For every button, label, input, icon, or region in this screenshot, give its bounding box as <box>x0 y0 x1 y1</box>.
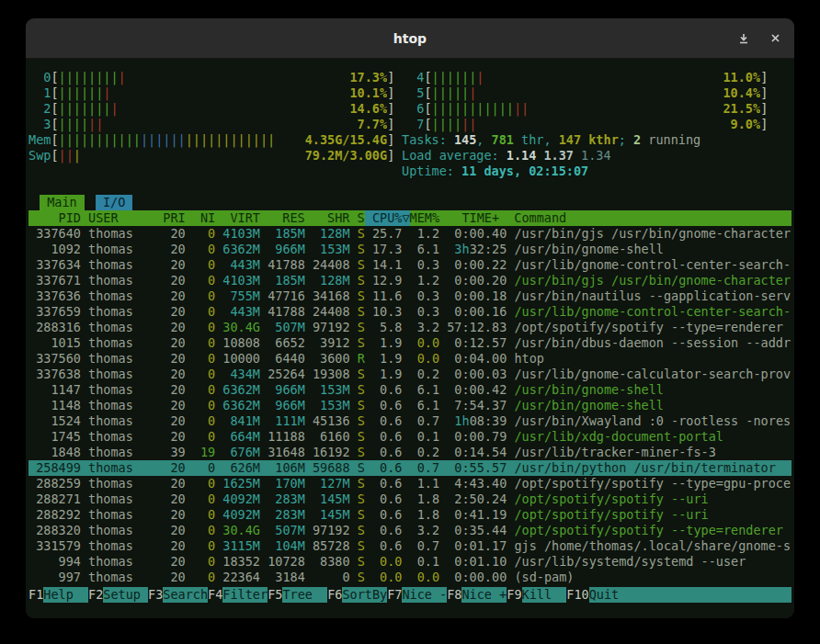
process-row-1148[interactable]: 1148 thomas 20 0 6362M 966M 153M S 0.6 6… <box>28 398 792 413</box>
fkey-label: Filter <box>222 587 268 603</box>
fkey-label: Tree <box>282 587 327 603</box>
text-segment: , <box>476 132 491 147</box>
process-row-288259[interactable]: 288259 thomas 20 0 1625M 170M 127M S 0.6… <box>28 476 792 491</box>
fkey-f1-button[interactable]: F1Help <box>28 587 88 603</box>
meter-row: 3[||||||7.7%] 7[||||||9.0%] <box>28 117 792 132</box>
cell-command: /usr/bin/gnome-shell <box>514 382 664 397</box>
cell-state: S <box>358 429 372 444</box>
cell-cpu: 0.6 <box>372 413 410 428</box>
process-row-1524[interactable]: 1524 thomas 20 0 841M 111M 45136 S 0.6 0… <box>28 413 792 429</box>
cell-mem: 1.8 <box>410 491 448 506</box>
process-row-337634[interactable]: 337634 thomas 20 0 443M 41788 24408 S 14… <box>28 257 792 273</box>
process-row-997[interactable]: 997 thomas 20 0 22364 3184 0 S 0.0 0.0 0… <box>28 570 792 585</box>
header-sort-column-cpu[interactable]: CPU%▽ <box>365 210 410 226</box>
meter-ticks: |||| <box>432 117 462 131</box>
header-right-columns[interactable]: MEM% TIME+ Command <box>410 210 567 226</box>
process-row-337638[interactable]: 337638 thomas 20 0 434M 25264 19308 S 1.… <box>28 367 792 382</box>
fkey-f9-button[interactable]: F9Kill <box>507 587 566 603</box>
cell-mem: 6.1 <box>410 382 448 397</box>
tab-main[interactable]: Main <box>40 195 85 210</box>
text-segment: Load average: <box>402 148 507 163</box>
cell-command: /usr/bin/Xwayland :0 -rootless -nores <box>514 413 791 428</box>
text-segment: 147 kthr <box>559 132 619 147</box>
process-row-331579[interactable]: 331579 thomas 20 0 3115M 104M 85728 S 0.… <box>28 538 792 554</box>
meters-right-column: 7[||||||9.0%] <box>402 117 792 132</box>
cell-res: 47716 <box>268 288 313 303</box>
process-row-337636[interactable]: 337636 thomas 20 0 755M 47716 34168 S 11… <box>28 288 792 304</box>
cell-priority: 20 <box>163 507 193 522</box>
text-segment: Uptime: <box>402 164 461 178</box>
fkey-number: F3 <box>148 587 163 603</box>
meter-row: Swp[|||79.2M/3.00G]Load average: 1.14 1.… <box>28 148 792 164</box>
fkey-f2-button[interactable]: F2Setup <box>88 587 148 603</box>
fkey-f10-button[interactable]: F10Quit <box>566 587 792 603</box>
process-row-337659[interactable]: 337659 thomas 20 0 443M 41788 24408 S 10… <box>28 304 792 320</box>
fkey-f7-button[interactable]: F7Nice - <box>387 587 447 603</box>
cell-user: thomas <box>88 335 163 350</box>
fkey-f6-button[interactable]: F6SortBy <box>327 587 387 603</box>
titlebar[interactable]: htop <box>26 18 794 59</box>
process-row-288316[interactable]: 288316 thomas 20 0 30.4G 507M 97192 S 5.… <box>28 320 792 335</box>
meter-label: 7 <box>402 117 424 132</box>
cell-pid: 1092 <box>28 242 88 256</box>
cell-state: S <box>358 460 372 475</box>
meters-left-column: Mem[|||||||||||||||||||||||||||||4.35G/1… <box>28 132 402 148</box>
fkey-f3-button[interactable]: F3Search <box>148 587 208 603</box>
cell-cpu: 0.6 <box>372 460 410 475</box>
meter-ticks: | <box>103 85 110 100</box>
cell-user: thomas <box>88 491 163 506</box>
process-row-337560[interactable]: 337560 thomas 20 0 10000 6440 3600 R 1.9… <box>28 351 792 367</box>
cell-shr: 3600 <box>313 351 358 366</box>
process-row-1745[interactable]: 1745 thomas 20 0 664M 11188 6160 S 0.6 0… <box>28 429 792 445</box>
fkey-f5-button[interactable]: F5Tree <box>268 587 327 603</box>
header-main-columns[interactable]: PID USER PRI NI VIRT RES SHR S <box>28 210 365 226</box>
cell-cpu: 5.8 <box>372 320 410 334</box>
cell-res: 966M <box>268 242 313 256</box>
process-row-337671[interactable]: 337671 thomas 20 0 4103M 185M 128M S 12.… <box>28 273 792 288</box>
cell-state: S <box>358 570 372 584</box>
fkey-f4-button[interactable]: F4Filter <box>208 587 268 603</box>
cell-virt: 4092M <box>222 491 268 506</box>
tab-io[interactable]: I/O <box>96 195 133 210</box>
process-row-994[interactable]: 994 thomas 20 0 18352 10728 8380 S 0.0 0… <box>28 554 792 570</box>
meter-label: 0 <box>28 70 51 85</box>
text-segment: ; <box>619 132 633 147</box>
meter-bar: |||||||||||||||||||||||||||||4.35G/15.4G <box>59 132 388 148</box>
cell-virt: 434M <box>222 367 268 381</box>
meter-ticks: |||||| <box>432 70 477 85</box>
text-segment: Tasks: <box>402 132 454 147</box>
meter-value: 79.2M/3.00G <box>305 148 387 164</box>
meter-bracket: [ <box>424 85 431 101</box>
cell-user: thomas <box>88 445 163 459</box>
process-row-288271[interactable]: 288271 thomas 20 0 4092M 283M 145M S 0.6… <box>28 491 792 507</box>
process-row-1015[interactable]: 1015 thomas 20 0 10808 6652 3912 S 1.9 0… <box>28 335 792 351</box>
process-row-288292[interactable]: 288292 thomas 20 0 4092M 283M 145M S 0.6… <box>28 507 792 523</box>
cell-cpu: 1.9 <box>372 335 410 350</box>
cell-priority: 20 <box>163 288 193 303</box>
process-row-258499[interactable]: 258499 thomas 20 0 626M 106M 59688 S 0.6… <box>28 460 792 476</box>
screen-tabs: Main I/O <box>28 195 792 210</box>
lower-window-button[interactable] <box>737 32 750 45</box>
terminal-window: htop 0[|||||||||17.3%] 4[|||||||11.0%] 1… <box>26 18 794 618</box>
cell-user: thomas <box>88 242 163 256</box>
cell-nice: 0 <box>193 304 223 319</box>
cell-command: /usr/lib/systemd/systemd --user <box>514 554 746 569</box>
cell-res: 507M <box>268 523 313 537</box>
fkey-f8-button[interactable]: F8Nice + <box>447 587 507 603</box>
meter-bracket: [ <box>424 70 431 85</box>
process-row-1848[interactable]: 1848 thomas 39 19 676M 31648 16192 S 0.6… <box>28 445 792 460</box>
cell-mem: 0.0 <box>410 351 448 366</box>
meter-bracket: ] <box>760 70 768 85</box>
close-button[interactable] <box>769 32 781 45</box>
cell-command: /opt/spotify/spotify --uri <box>514 507 708 522</box>
cpu-meter-2: 2[||||||||14.6%] <box>28 101 394 117</box>
cell-cpu: 14.1 <box>372 257 410 272</box>
meter-bracket: ] <box>387 148 394 164</box>
process-row-1092[interactable]: 1092 thomas 20 0 6362M 966M 153M S 17.3 … <box>28 242 792 257</box>
process-row-337640[interactable]: 337640 thomas 20 0 4103M 185M 128M S 25.… <box>28 226 792 242</box>
process-row-1147[interactable]: 1147 thomas 20 0 6362M 966M 153M S 0.6 6… <box>28 382 792 398</box>
cell-pid: 994 <box>28 554 88 569</box>
process-row-288320[interactable]: 288320 thomas 20 0 30.4G 507M 97192 S 0.… <box>28 523 792 538</box>
cell-user: thomas <box>88 320 163 334</box>
cell-priority: 20 <box>163 320 193 334</box>
